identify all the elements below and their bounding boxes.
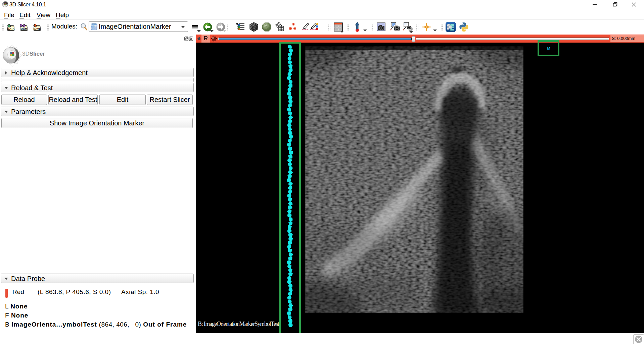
svg-text:M: M: [547, 46, 550, 50]
